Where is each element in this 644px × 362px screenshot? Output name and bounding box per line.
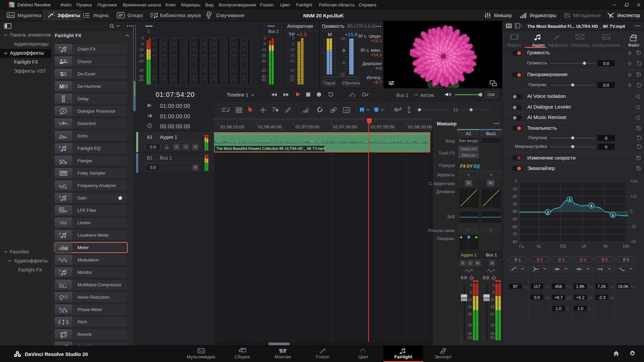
svg-text:M: M [64, 84, 68, 89]
svg-text:S: S [63, 71, 67, 77]
svg-text:M: M [59, 84, 64, 89]
